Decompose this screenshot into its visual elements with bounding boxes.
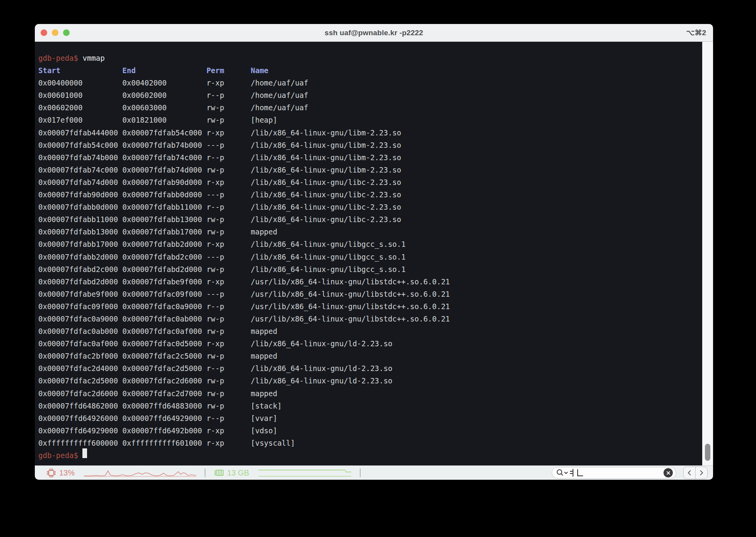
next-match-button[interactable] <box>695 467 707 479</box>
cell-start: 0x00007ffd64929000 <box>38 424 122 437</box>
cell-end: 0x00007fdfabb17000 <box>122 226 206 238</box>
cell-start: 0x00007fdfab54c000 <box>38 139 122 151</box>
cell-end: 0x00007fdfac0d5000 <box>122 337 206 350</box>
memory-usage-label: 13 GB <box>227 469 249 477</box>
cell-end: 0x00007fdfab74b000 <box>122 139 206 151</box>
cell-name: /usr/lib/x86_64-linux-gnu/libstdc++.so.6… <box>251 288 450 300</box>
cpu-chip-icon <box>46 468 56 478</box>
cell-start: 0x00007fdfabb0d000 <box>38 201 122 213</box>
terminal-window: ssh uaf@pwnable.kr -p2222 ⌥⌘2 gdb-peda$v… <box>35 24 713 480</box>
table-row: 0x00007fdfabb170000x00007fdfabb2d000r-xp… <box>38 238 698 250</box>
cell-start: 0x00007fdfac0af000 <box>38 337 122 350</box>
table-row: 0xffffffffff6000000xffffffffff601000r-xp… <box>38 437 698 449</box>
chevron-right-icon <box>700 470 703 476</box>
cell-end: 0x01821000 <box>122 114 206 126</box>
current-prompt-line: gdb-peda$ <box>38 449 698 462</box>
vmmap-rows: 0x004000000x00402000r-xp/home/uaf/uaf0x0… <box>38 77 698 449</box>
table-row: 0x00007fdfabe9f0000x00007fdfac09f000---p… <box>38 288 698 300</box>
cell-name: /lib/x86_64-linux-gnu/ld-2.23.so <box>251 337 392 350</box>
scrollbar-track[interactable] <box>702 42 713 465</box>
cell-perm: rw-p <box>207 164 251 176</box>
desktop: ssh uaf@pwnable.kr -p2222 ⌥⌘2 gdb-peda$v… <box>0 0 756 537</box>
cell-perm: rw-p <box>207 313 251 325</box>
cell-start: 0x00007fdfab444000 <box>38 127 122 139</box>
table-row: 0x00007fdfab74d0000x00007fdfab90d000r-xp… <box>38 176 698 188</box>
cell-start: 0x00007fdfabd2c000 <box>38 263 122 275</box>
cell-perm: rw-p <box>207 387 251 400</box>
table-row: 0x00007fdfabb2d0000x00007fdfabd2c000---p… <box>38 251 698 263</box>
cell-start: 0x00400000 <box>38 77 122 89</box>
cell-name: /lib/x86_64-linux-gnu/libc-2.23.so <box>251 176 401 188</box>
cell-name: [heap] <box>251 114 277 126</box>
cell-perm: rw-p <box>207 350 251 362</box>
cell-name: /lib/x86_64-linux-gnu/libc-2.23.so <box>251 188 401 201</box>
cell-start: 0x00007ffd64862000 <box>38 400 122 412</box>
titlebar[interactable]: ssh uaf@pwnable.kr -p2222 ⌥⌘2 <box>35 24 713 42</box>
cell-perm: rw-p <box>207 101 251 114</box>
cell-start: 0x00007fdfabd2d000 <box>38 275 122 288</box>
window-shortcut-badge: ⌥⌘2 <box>686 24 706 41</box>
cell-perm: r--p <box>207 412 251 424</box>
cell-name: /lib/x86_64-linux-gnu/ld-2.23.so <box>251 362 392 375</box>
cell-end: 0x00402000 <box>122 77 206 89</box>
cpu-history-graph <box>84 468 196 477</box>
table-row: 0x00007fdfab90d0000x00007fdfabb0d000---p… <box>38 188 698 201</box>
cell-name: /lib/x86_64-linux-gnu/libm-2.23.so <box>251 127 401 139</box>
gdb-prompt: gdb-peda$ <box>38 449 78 462</box>
cell-start: 0x00007fdfabb17000 <box>38 238 122 250</box>
cell-end: 0x00007fdfac2c5000 <box>122 350 206 362</box>
previous-match-button[interactable] <box>684 467 695 479</box>
cell-name: /usr/lib/x86_64-linux-gnu/libstdc++.so.6… <box>251 300 450 313</box>
cell-start: 0x00007fdfac0ab000 <box>38 325 122 337</box>
table-row: 0x00007fdfac2d40000x00007fdfac2d5000r--p… <box>38 362 698 375</box>
table-row: 0x00007fdfac2d50000x00007fdfac2d6000rw-p… <box>38 375 698 387</box>
clear-search-button[interactable] <box>664 468 673 477</box>
search-icon[interactable] <box>556 469 568 477</box>
cell-end: 0x00007fdfabb0d000 <box>122 188 206 201</box>
cell-end: 0x00007fdfabb11000 <box>122 201 206 213</box>
close-window-button[interactable] <box>41 29 47 36</box>
memory-history-graph <box>258 468 351 477</box>
search-nav-buttons <box>683 467 708 479</box>
table-row: 0x006010000x00602000r--p/home/uaf/uaf <box>38 89 698 101</box>
cell-name: mapped <box>251 325 277 337</box>
cell-end: 0x00007fdfabb2d000 <box>122 238 206 250</box>
search-input[interactable]: ㅕㄴ <box>552 467 676 479</box>
chevron-left-icon <box>688 470 691 476</box>
table-row: 0x00007ffd649290000x00007ffd6492b000r-xp… <box>38 424 698 437</box>
cell-end: 0x00007fdfab54c000 <box>122 127 206 139</box>
cell-end: 0x00007fdfab90d000 <box>122 176 206 188</box>
cell-end: 0x00007fdfabd2d000 <box>122 263 206 275</box>
cell-name: /home/uaf/uaf <box>251 89 308 101</box>
cell-end: 0x00007ffd6492b000 <box>122 424 206 437</box>
table-row: 0x00007fdfac0af0000x00007fdfac0d5000r-xp… <box>38 337 698 350</box>
table-row: 0x00007fdfabd2c0000x00007fdfabd2d000rw-p… <box>38 263 698 275</box>
cell-start: 0x00007fdfac2d6000 <box>38 387 122 400</box>
search-text[interactable]: ㅕㄴ <box>568 467 664 478</box>
cell-start: 0x00007fdfab74d000 <box>38 176 122 188</box>
cell-start: 0x00007fdfac2bf000 <box>38 350 122 362</box>
cell-name: /lib/x86_64-linux-gnu/libc-2.23.so <box>251 213 401 226</box>
cell-name: [vvar] <box>251 412 277 424</box>
cell-name: /lib/x86_64-linux-gnu/libm-2.23.so <box>251 164 401 176</box>
memory-ram-icon <box>214 469 224 477</box>
cell-end: 0x00007fdfac2d7000 <box>122 387 206 400</box>
cell-perm: rw-p <box>207 226 251 238</box>
cell-perm: r--p <box>207 201 251 213</box>
cell-end: 0x00007ffd64883000 <box>122 400 206 412</box>
cell-end: 0x00007ffd64929000 <box>122 412 206 424</box>
gdb-prompt: gdb-peda$ <box>38 52 78 64</box>
scrollbar-thumb[interactable] <box>705 444 710 461</box>
table-row: 0x00007fdfac2d60000x00007fdfac2d7000rw-p… <box>38 387 698 400</box>
zoom-window-button[interactable] <box>63 29 70 36</box>
cell-start: 0x00007fdfab90d000 <box>38 188 122 201</box>
cell-start: 0x00007fdfac09f000 <box>38 300 122 313</box>
cpu-usage-label: 13% <box>59 469 75 477</box>
cell-start: 0xffffffffff600000 <box>38 437 122 449</box>
statusbar: 13% 13 GB <box>35 465 713 480</box>
terminal-output[interactable]: gdb-peda$vmmap StartEndPermName 0x004000… <box>35 42 713 465</box>
cell-name: /lib/x86_64-linux-gnu/libm-2.23.so <box>251 139 401 151</box>
cell-perm: r-xp <box>207 176 251 188</box>
minimize-window-button[interactable] <box>52 29 58 36</box>
cell-perm: rw-p <box>207 114 251 126</box>
